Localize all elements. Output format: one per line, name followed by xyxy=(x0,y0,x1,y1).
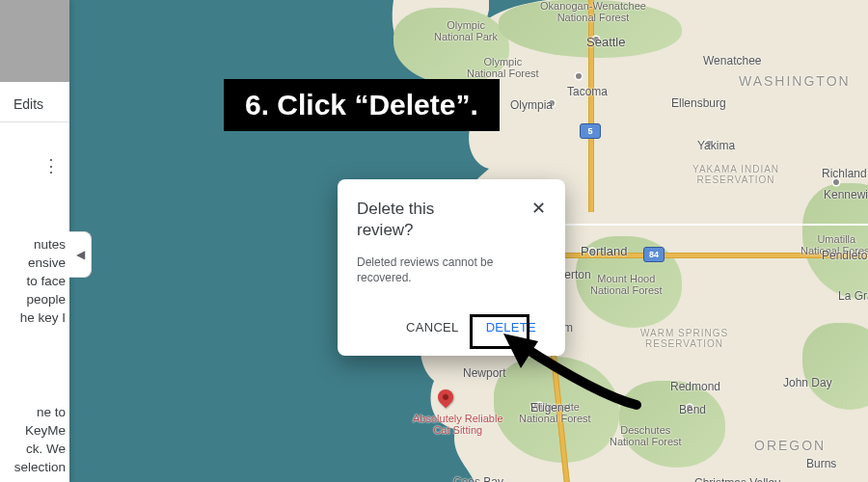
city-label: Redmond xyxy=(670,380,720,393)
city-label: Seattle xyxy=(586,35,625,49)
dialog-body: Deleted reviews cannot be recovered. xyxy=(357,254,546,285)
city-label: Bend xyxy=(679,403,706,416)
city-label: Wenatchee xyxy=(703,54,762,67)
city-label: La Grande xyxy=(838,289,868,303)
dialog-title: Delete this review? xyxy=(357,199,492,241)
cancel-button[interactable]: CANCEL xyxy=(396,312,469,342)
city-label: Yakima xyxy=(697,139,735,152)
city-dot xyxy=(576,73,582,79)
close-icon[interactable]: ✕ xyxy=(525,195,552,222)
city-label: Kennewick xyxy=(824,188,868,201)
feature-label: YAKAMA INDIAN RESERVATION xyxy=(692,164,779,185)
city-label: Pendleton xyxy=(822,249,868,262)
city-label: Tacoma xyxy=(567,85,608,98)
highway-i5 xyxy=(588,0,594,212)
feature-label: WARM SPRINGS RESERVATION xyxy=(640,328,728,349)
more-icon[interactable]: ⋮ xyxy=(42,164,60,168)
review-snippet-2: ne to KeyMe ck. We selection xyxy=(0,403,69,476)
city-label: Burns xyxy=(806,457,836,470)
feature-label: Deschutes National Forest xyxy=(610,424,682,447)
city-label: Newport xyxy=(463,366,506,380)
collapse-handle[interactable]: ◀ xyxy=(69,231,92,278)
tab-edits[interactable]: Edits xyxy=(14,96,43,112)
pin-label: Absolutely Reliable Cat Sitting xyxy=(413,413,503,436)
delete-review-dialog: Delete this review? ✕ Deleted reviews ca… xyxy=(338,179,565,356)
city-label: Olympia xyxy=(510,98,553,112)
state-label: WASHINGTON xyxy=(739,73,851,89)
hwy-shield-i5: 5 xyxy=(580,123,601,139)
state-label: OREGON xyxy=(754,438,826,453)
city-label: Richland xyxy=(822,167,867,180)
city-label: Eugene xyxy=(530,401,570,415)
feature-label: Okanogan-Wenatchee National Forest xyxy=(540,0,646,23)
city-label: Christmas Valley xyxy=(694,476,780,482)
instruction-banner: 6. Click “Delete”. xyxy=(224,79,500,131)
city-label: Coos Bay xyxy=(453,475,503,482)
divider xyxy=(0,121,69,122)
feature-label: Mount Hood National Forest xyxy=(590,273,663,296)
delete-button[interactable]: DELETE xyxy=(476,312,546,342)
overlay-shade xyxy=(0,0,69,82)
city-label: Portland xyxy=(581,244,627,258)
feature-label: Olympic National Forest xyxy=(467,56,539,79)
hwy-shield-i84: 84 xyxy=(643,247,665,262)
review-snippet-1: nutes ensive to face people he key I xyxy=(0,235,69,327)
feature-label: Olympic National Park xyxy=(434,19,498,42)
dialog-actions: CANCEL DELETE xyxy=(357,312,546,342)
city-label: Ellensburg xyxy=(671,96,726,110)
city-label: John Day xyxy=(783,376,832,389)
